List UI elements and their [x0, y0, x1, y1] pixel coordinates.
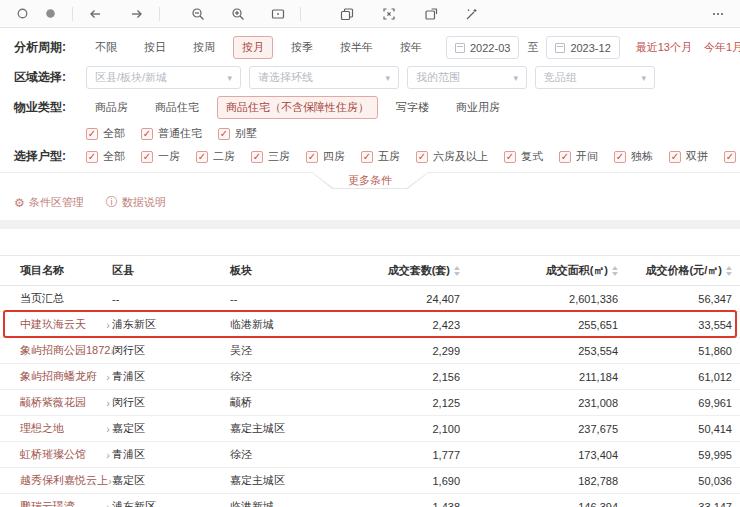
board-cell: 临港新城 [230, 317, 358, 332]
chevron-right-icon[interactable]: › [106, 397, 110, 409]
fit-screen-icon[interactable] [266, 3, 290, 25]
record-circle-icon[interactable] [10, 3, 34, 25]
toolbar-divider [300, 7, 301, 21]
caret-down-icon: ▾ [227, 73, 232, 83]
deals-cell: 2,125 [358, 397, 460, 409]
area-cell: 237,675 [460, 423, 618, 435]
sub-type-checkbox[interactable]: ✓别墅 [218, 126, 257, 141]
board-cell: 吴泾 [230, 343, 358, 358]
unit-type-checkbox[interactable]: ✓双拼 [669, 149, 708, 164]
app-window: 分析周期: 不限按日按周按月按季按半年按年 2022-03 至 2023-12 … [0, 0, 740, 507]
new-window-icon[interactable] [419, 3, 443, 25]
date-to-input[interactable]: 2023-12 [546, 36, 619, 59]
district-cell: 浦东新区 [112, 499, 230, 507]
region-dropdown[interactable]: 我的范围▾ [407, 66, 527, 89]
table-row: 虹桥璀璨公馆›青浦区徐泾1,777173,40459,995 [0, 442, 740, 468]
tools-row: ⚙条件区管理ⓘ数据说明 [0, 189, 740, 215]
data-notes-link[interactable]: ⓘ数据说明 [106, 194, 166, 211]
more-conditions-label: 更多条件 [312, 172, 428, 188]
project-name-cell: 理想之地› [0, 421, 112, 436]
sub-type-checkbox[interactable]: ✓全部 [86, 126, 125, 141]
period-label: 分析周期: [14, 39, 86, 56]
filter-panel: 分析周期: 不限按日按周按月按季按半年按年 2022-03 至 2023-12 … [0, 28, 740, 165]
column-header-label: 区县 [112, 263, 134, 278]
unit-type-checkbox[interactable]: ✓二房 [196, 149, 235, 164]
period-option[interactable]: 按季 [282, 36, 322, 59]
deals-cell: 2,100 [358, 423, 460, 435]
select-region-icon[interactable] [377, 3, 401, 25]
region-dropdown[interactable]: 竞品组▾ [535, 66, 655, 89]
area-cell: 182,788 [460, 475, 618, 487]
sub-type-checkbox[interactable]: ✓普通住宅 [141, 126, 202, 141]
unit-type-checkbox[interactable]: ✓开间 [559, 149, 598, 164]
checkbox-icon: ✓ [196, 151, 208, 163]
period-option[interactable]: 按半年 [331, 36, 382, 59]
unit-type-checkbox[interactable]: ✓复式 [504, 149, 543, 164]
unit-type-checkbox[interactable]: ✓六房及以上 [416, 149, 488, 164]
magic-wand-icon[interactable] [459, 3, 483, 25]
property-option[interactable]: 商业用房 [447, 96, 509, 119]
area-cell: 146,394 [460, 501, 618, 507]
column-header-label: 成交套数(套) [388, 263, 450, 278]
chevron-right-icon[interactable]: › [106, 423, 110, 435]
unit-type-checkbox[interactable]: ✓四房 [306, 149, 345, 164]
unit-type-checkbox[interactable]: ✓三房 [251, 149, 290, 164]
date-to-label: 至 [527, 40, 538, 55]
property-option[interactable]: 商品住宅（不含保障性住房） [217, 96, 378, 119]
board-cell: 徐泾 [230, 447, 358, 462]
zoom-in-icon[interactable] [226, 3, 250, 25]
project-name-link[interactable]: 鹏瑞云璟湾 [20, 499, 75, 507]
more-conditions-tab[interactable]: 更多条件 [311, 172, 429, 189]
chevron-right-icon[interactable]: › [106, 449, 110, 461]
property-option[interactable]: 商品房 [86, 96, 137, 119]
chevron-right-icon[interactable]: › [106, 319, 110, 331]
district-cell: 青浦区 [112, 369, 230, 384]
project-name-link[interactable]: 颛桥紫薇花园 [20, 395, 86, 410]
period-option[interactable]: 不限 [86, 36, 126, 59]
project-name-link[interactable]: 中建玖海云天 [20, 317, 86, 332]
period-option[interactable]: 按月 [233, 36, 273, 59]
property-option[interactable]: 商品住宅 [146, 96, 208, 119]
table-body: 当页汇总----24,4072,601,33656,347中建玖海云天›浦东新区… [0, 286, 740, 507]
zoom-out-icon[interactable] [186, 3, 210, 25]
info-icon: ⓘ [106, 194, 118, 211]
project-name-link[interactable]: 象屿招商公园1872 [20, 343, 110, 358]
project-name-link[interactable]: 理想之地 [20, 421, 64, 436]
district-cell: 嘉定区 [112, 421, 230, 436]
sort-icon[interactable] [726, 266, 732, 276]
unit-type-checkbox[interactable]: ✓全部 [86, 149, 125, 164]
column-header: 板块 [230, 263, 358, 278]
period-option[interactable]: 按年 [391, 36, 431, 59]
chevron-right-icon[interactable]: › [106, 371, 110, 383]
project-name-link[interactable]: 虹桥璀璨公馆 [20, 447, 86, 462]
forward-arrow-icon[interactable] [125, 3, 149, 25]
unit-type-checkbox[interactable]: ✓一房 [141, 149, 180, 164]
area-cell: 173,404 [460, 449, 618, 461]
record-circle-filled-icon[interactable] [38, 3, 62, 25]
more-menu-icon[interactable] [706, 3, 730, 25]
region-dropdown[interactable]: 请选择环线▾ [249, 66, 399, 89]
period-option[interactable]: 按周 [184, 36, 224, 59]
quick-link[interactable]: 最近13个月 [636, 40, 692, 55]
chevron-right-icon[interactable]: › [106, 501, 110, 507]
period-options: 不限按日按周按月按季按半年按年 [86, 36, 440, 59]
manage-conditions-link[interactable]: ⚙条件区管理 [14, 195, 84, 210]
period-option[interactable]: 按日 [135, 36, 175, 59]
date-from-input[interactable]: 2022-03 [446, 36, 519, 59]
project-name-link[interactable]: 象屿招商蟠龙府 [20, 369, 97, 384]
unit-type-checkbox[interactable]: ✓联排 [724, 149, 740, 164]
unit-type-checkbox[interactable]: ✓五房 [361, 149, 400, 164]
unit-type-checkbox[interactable]: ✓独栋 [614, 149, 653, 164]
checkbox-icon: ✓ [86, 151, 98, 163]
unit-type-checkbox-label: 开间 [576, 149, 598, 164]
property-option[interactable]: 写字楼 [387, 96, 438, 119]
column-header-label: 成交面积(㎡) [546, 263, 608, 278]
back-arrow-icon[interactable] [83, 3, 107, 25]
price-cell: 50,036 [618, 475, 732, 487]
overlap-windows-icon[interactable] [335, 3, 359, 25]
project-name-link[interactable]: 越秀保利嘉悦云上 [20, 473, 108, 488]
sort-asc-icon [726, 266, 732, 270]
column-header: 成交套数(套) [358, 263, 460, 278]
quick-link[interactable]: 今年1月~本月 [704, 40, 740, 55]
region-dropdown[interactable]: 区县/板块/新城▾ [86, 66, 241, 89]
